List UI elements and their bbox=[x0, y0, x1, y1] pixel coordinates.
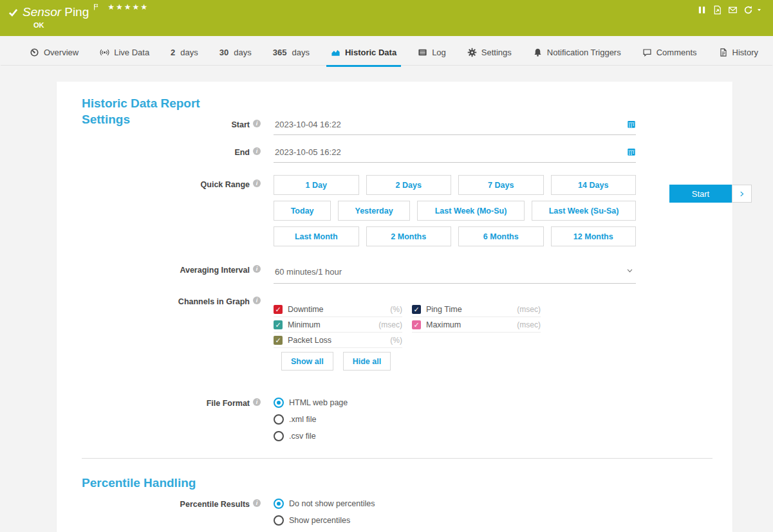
radio-label: HTML web page bbox=[289, 398, 348, 407]
comment-icon bbox=[642, 48, 652, 57]
channel-name: Maximum bbox=[426, 320, 461, 329]
radio-button[interactable] bbox=[274, 499, 284, 509]
gear-icon bbox=[467, 48, 477, 57]
chevron-down-icon bbox=[626, 267, 633, 274]
quick-range-buttons: 1 Day2 Days7 Days14 DaysTodayYesterdayLa… bbox=[274, 175, 636, 252]
file-format-option-xml-file[interactable]: .xml file bbox=[274, 414, 636, 425]
tab-log[interactable]: Log bbox=[418, 40, 446, 66]
section-divider bbox=[82, 458, 712, 459]
tab-label: Notification Triggers bbox=[547, 48, 621, 57]
file-format-option-csv-file[interactable]: .csv file bbox=[274, 431, 636, 441]
channel-ping-time: ✓Ping Time(msec) bbox=[412, 302, 541, 317]
tab-label: Live Data bbox=[114, 48, 149, 57]
today-button[interactable]: Today bbox=[274, 201, 331, 221]
percentile-option-show-percentiles[interactable]: Show percentiles bbox=[274, 515, 636, 526]
info-icon[interactable]: i bbox=[253, 179, 261, 187]
averaging-interval-select[interactable]: 60 minutes/1 hour bbox=[274, 264, 636, 284]
start-more-button[interactable] bbox=[732, 185, 752, 203]
hide-all-button[interactable]: Hide all bbox=[343, 352, 391, 371]
channel-minimum: ✓Minimum(msec) bbox=[274, 317, 402, 333]
channel-unit: (msec) bbox=[378, 320, 402, 329]
pause-icon[interactable] bbox=[697, 5, 707, 15]
info-icon[interactable]: i bbox=[253, 147, 261, 155]
show-all-button[interactable]: Show all bbox=[281, 352, 333, 371]
start-field-label: Start bbox=[232, 120, 250, 129]
tab-historic-data[interactable]: Historic Data bbox=[331, 40, 396, 66]
tab-live-data[interactable]: Live Data bbox=[100, 40, 149, 66]
channel-downtime: ✓Downtime(%) bbox=[274, 302, 402, 317]
tab-30-days[interactable]: 30days bbox=[219, 40, 252, 66]
channels-grid: ✓Downtime(%)✓Ping Time(msec)✓Minimum(mse… bbox=[274, 302, 636, 348]
channel-checkbox[interactable]: ✓ bbox=[274, 336, 283, 345]
last-week-su-sa-button[interactable]: Last Week (Su-Sa) bbox=[532, 201, 636, 221]
12-months-button[interactable]: 12 Months bbox=[551, 226, 637, 246]
page-title: SensorPing bbox=[23, 5, 89, 20]
channel-checkbox[interactable]: ✓ bbox=[412, 305, 421, 314]
1-day-button[interactable]: 1 Day bbox=[274, 175, 359, 195]
radio-button[interactable] bbox=[274, 414, 284, 425]
last-month-button[interactable]: Last Month bbox=[274, 226, 359, 246]
percentile-handling-title: Percentile Handling bbox=[82, 475, 339, 491]
info-icon[interactable]: i bbox=[253, 297, 261, 304]
percentile-options: Do not show percentilesShow percentiles bbox=[274, 499, 636, 526]
start-report-button[interactable]: Start bbox=[669, 185, 732, 203]
tab-365-days[interactable]: 365days bbox=[273, 40, 310, 66]
start-date-input[interactable]: 2023-10-04 16:22 bbox=[274, 119, 636, 135]
percentile-option-do-not-show-percentiles[interactable]: Do not show percentiles bbox=[274, 499, 636, 509]
channels-in-graph-label: Channels in Graph bbox=[178, 297, 250, 306]
caret-down-icon[interactable] bbox=[756, 7, 762, 13]
flag-icon[interactable] bbox=[93, 3, 100, 11]
priority-stars[interactable]: ★★★★★ bbox=[107, 3, 149, 12]
bell-icon bbox=[533, 48, 543, 57]
file-format-option-html-web-page[interactable]: HTML web page bbox=[274, 398, 636, 408]
info-icon[interactable]: i bbox=[253, 120, 261, 127]
tab-label: Log bbox=[432, 48, 446, 57]
status-badge: OK bbox=[33, 21, 44, 29]
radio-button[interactable] bbox=[274, 515, 284, 526]
14-days-button[interactable]: 14 Days bbox=[551, 175, 637, 195]
sensor-type-label: Sensor bbox=[23, 5, 61, 19]
tab-notification-triggers[interactable]: Notification Triggers bbox=[533, 40, 621, 66]
channel-checkbox[interactable]: ✓ bbox=[412, 320, 421, 329]
calendar-icon[interactable] bbox=[627, 120, 636, 129]
info-icon[interactable]: i bbox=[253, 398, 261, 406]
document-arrow-icon[interactable] bbox=[712, 5, 722, 15]
2-months-button[interactable]: 2 Months bbox=[366, 226, 452, 246]
tab-overview[interactable]: Overview bbox=[30, 40, 79, 66]
radio-label: .xml file bbox=[289, 415, 316, 424]
tab-comments[interactable]: Comments bbox=[642, 40, 697, 66]
percentile-results-label: Percentile Results bbox=[180, 500, 250, 509]
quick-range-label: Quick Range bbox=[201, 180, 250, 189]
channel-checkbox[interactable]: ✓ bbox=[274, 320, 283, 329]
7-days-button[interactable]: 7 Days bbox=[458, 175, 544, 195]
yesterday-button[interactable]: Yesterday bbox=[338, 201, 410, 221]
refresh-icon[interactable] bbox=[743, 5, 753, 15]
radio-button[interactable] bbox=[274, 398, 284, 408]
channel-unit: (%) bbox=[390, 336, 402, 345]
calendar-icon[interactable] bbox=[627, 147, 636, 156]
tab-2-days[interactable]: 2days bbox=[171, 40, 198, 66]
radio-label: Show percentiles bbox=[289, 516, 350, 525]
end-date-input[interactable]: 2023-10-05 16:22 bbox=[274, 147, 636, 163]
channel-name: Ping Time bbox=[426, 305, 462, 314]
radio-button[interactable] bbox=[274, 431, 284, 441]
tab-settings[interactable]: Settings bbox=[467, 40, 512, 66]
tab-number: 30 bbox=[219, 48, 228, 57]
2-days-button[interactable]: 2 Days bbox=[366, 175, 452, 195]
email-icon[interactable] bbox=[728, 5, 738, 15]
chevron-right-icon bbox=[738, 190, 745, 197]
channel-checkbox[interactable]: ✓ bbox=[274, 305, 283, 314]
tab-label: Settings bbox=[481, 48, 512, 57]
tab-history[interactable]: History bbox=[718, 40, 758, 66]
header-quick-actions bbox=[697, 5, 762, 15]
6-months-button[interactable]: 6 Months bbox=[458, 226, 544, 246]
status-check-icon bbox=[8, 8, 18, 17]
tab-bar: OverviewLive Data2days30days365daysHisto… bbox=[1, 40, 772, 66]
tab-label: days bbox=[180, 48, 198, 57]
tab-label: History bbox=[732, 48, 758, 57]
info-icon[interactable]: i bbox=[253, 499, 261, 507]
radio-label: .csv file bbox=[289, 432, 316, 441]
info-icon[interactable]: i bbox=[253, 265, 261, 273]
broadcast-icon bbox=[100, 48, 109, 57]
last-week-mo-su-button[interactable]: Last Week (Mo-Su) bbox=[417, 201, 525, 221]
